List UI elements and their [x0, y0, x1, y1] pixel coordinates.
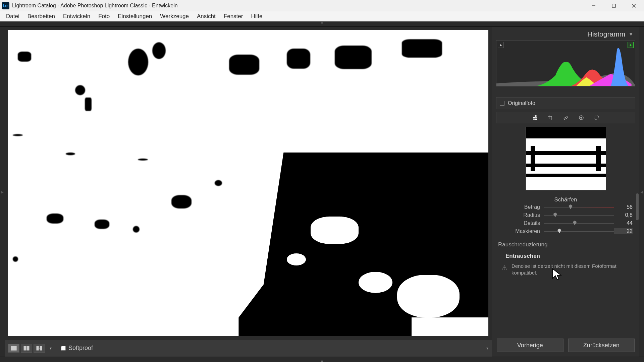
svg-point-18: [581, 117, 582, 118]
slider-maskieren-value[interactable]: 22: [614, 228, 633, 234]
menu-bearbeiten[interactable]: Bearbeiten: [23, 12, 59, 21]
reset-button[interactable]: Zurücksetzen: [568, 339, 635, 352]
sharpen-section-title: Schärfen: [492, 196, 639, 203]
slider-maskieren: Maskieren 22: [492, 227, 639, 235]
sliders-icon[interactable]: [532, 115, 538, 121]
menu-fenster[interactable]: Fenster: [220, 12, 247, 21]
svg-rect-1: [612, 4, 615, 7]
app-icon: Lrc: [2, 2, 9, 9]
view-loupe-button[interactable]: [8, 344, 19, 353]
slider-betrag: Betrag 56: [492, 203, 639, 211]
detail-preview-thumbnail[interactable]: [526, 127, 606, 190]
svg-rect-4: [11, 346, 16, 350]
noise-section-title: Rauschreduzierung: [492, 235, 639, 249]
view-beforeafter-lr-button[interactable]: [21, 344, 32, 353]
menu-hilfe[interactable]: Hilfe: [247, 12, 266, 21]
slider-radius: Radius 0,8: [492, 211, 639, 219]
heal-icon[interactable]: [562, 115, 569, 121]
develop-right-panel: Histogramm ▼ ▲ ▲: [492, 27, 639, 357]
slider-maskieren-track[interactable]: [544, 230, 614, 232]
module-picker-collapsed[interactable]: [0, 21, 644, 27]
filmstrip-collapsed[interactable]: [0, 357, 644, 362]
histogram-meta: – – – –: [492, 86, 639, 95]
minimize-button[interactable]: [584, 0, 604, 11]
right-panel-scrollbar[interactable]: [636, 193, 639, 220]
menu-entwickeln[interactable]: Entwickeln: [59, 12, 94, 21]
svg-rect-7: [37, 346, 39, 350]
svg-rect-16: [564, 116, 568, 119]
menu-werkzeuge[interactable]: Werkzeuge: [156, 12, 193, 21]
warning-icon: ⚠: [501, 263, 507, 277]
close-button[interactable]: [624, 0, 644, 11]
original-label: Originalfoto: [508, 100, 535, 106]
menubar: Datei Bearbeiten Entwickeln Foto Einstel…: [0, 11, 644, 21]
svg-rect-6: [27, 346, 29, 350]
denoise-button[interactable]: Entrauschen: [492, 249, 639, 261]
menu-einstellungen[interactable]: Einstellungen: [114, 12, 156, 21]
original-checkbox[interactable]: [500, 101, 504, 106]
menu-foto[interactable]: Foto: [94, 12, 114, 21]
slider-betrag-track[interactable]: [544, 206, 614, 208]
previous-button[interactable]: Vorherige: [497, 339, 564, 352]
menu-ansicht[interactable]: Ansicht: [193, 12, 220, 21]
titlebar: Lrc Lightroom Catalog - Adobe Photoshop …: [0, 0, 644, 11]
slider-betrag-value[interactable]: 56: [614, 204, 633, 210]
slider-details: Details 44: [492, 219, 639, 227]
slider-details-track[interactable]: [544, 222, 614, 224]
canvas-toolbar: ▾ Softproof ▾: [5, 339, 492, 357]
crop-icon[interactable]: [547, 115, 554, 121]
window-title: Lightroom Catalog - Adobe Photoshop Ligh…: [12, 3, 178, 9]
svg-rect-9: [40, 346, 42, 350]
mask-icon[interactable]: [593, 115, 600, 121]
image-preview[interactable]: [8, 30, 488, 336]
histogram[interactable]: ▲ ▲: [496, 40, 635, 86]
view-beforeafter-tb-button[interactable]: [34, 344, 45, 353]
histogram-collapse-icon[interactable]: ▼: [629, 32, 633, 37]
toolbar-options-dropdown[interactable]: ▾: [486, 346, 488, 351]
menu-datei[interactable]: Datei: [2, 12, 23, 21]
slider-details-value[interactable]: 44: [614, 220, 633, 226]
slider-radius-track[interactable]: [544, 214, 614, 216]
slider-radius-value[interactable]: 0,8: [614, 212, 633, 218]
softproof-label: Softproof: [68, 345, 93, 352]
maximize-button[interactable]: [604, 0, 624, 11]
svg-rect-5: [24, 346, 26, 350]
right-panel-collapse[interactable]: ◂: [639, 27, 644, 357]
tool-strip: [496, 112, 635, 123]
softproof-checkbox[interactable]: [61, 346, 66, 351]
redeye-icon[interactable]: [578, 115, 585, 121]
original-photo-row[interactable]: Originalfoto: [496, 97, 635, 109]
view-mode-dropdown[interactable]: ▾: [48, 346, 53, 351]
svg-point-19: [595, 116, 599, 120]
denoise-message: Denoise ist derzeit nicht mit diesem Fot…: [512, 263, 633, 277]
histogram-title[interactable]: Histogramm: [587, 30, 625, 38]
left-panel-expand[interactable]: ▸: [0, 27, 5, 357]
